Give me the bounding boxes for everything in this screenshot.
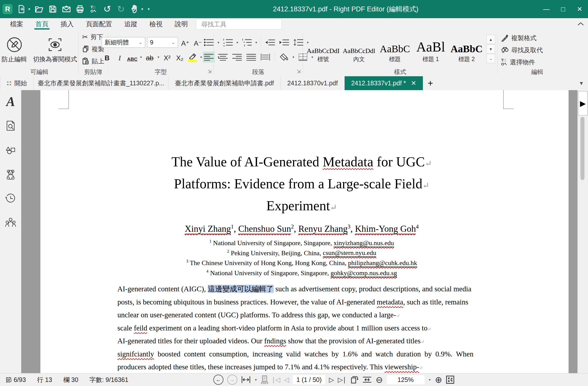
email-link[interactable]: gohky@comp.nus.edu.sg	[330, 269, 397, 277]
distribute-button[interactable]	[259, 52, 271, 63]
next-page-button[interactable]: ▷	[329, 376, 334, 384]
numbered-list-caret-icon[interactable]: ▾	[237, 40, 238, 44]
select-object-button[interactable]: T□O↖	[89, 4, 98, 14]
expand-panel-button[interactable]: ▶	[578, 91, 587, 115]
tab-document-1[interactable]: 臺北市產業發展創業補助計畫書_1130227.p...	[34, 76, 168, 90]
new-file-caret-icon[interactable]: ▾	[28, 7, 30, 11]
page-number-field[interactable]: 1 (1 / 50)	[293, 375, 325, 384]
menu-insert[interactable]: 插入	[55, 18, 80, 30]
shrink-font-button[interactable]: A⁻	[193, 37, 203, 48]
hand-tool-caret-icon[interactable]: ▾	[141, 7, 143, 11]
sidebar-stamps[interactable]	[4, 168, 17, 181]
cut-button[interactable]: ✂ 剪下	[82, 31, 104, 42]
sidebar-shapes[interactable]	[4, 144, 17, 156]
justify-button[interactable]	[245, 52, 257, 63]
menu-view[interactable]: 檢視	[143, 18, 169, 30]
styles-scroll-down-button[interactable]: ▼	[487, 44, 495, 54]
paste-button[interactable]: 貼上	[82, 56, 104, 67]
bullet-list-button[interactable]	[203, 37, 215, 48]
underline-button[interactable]: ABC	[127, 52, 138, 63]
search-input[interactable]	[201, 20, 283, 28]
sidebar-text-tool[interactable]: A	[4, 95, 17, 108]
collapse-ribbon-button[interactable]	[577, 22, 584, 27]
customize-qat-button[interactable]: ▾	[148, 7, 150, 11]
shading-caret-icon[interactable]: ▾	[292, 55, 294, 59]
find-tools-searchbox[interactable]	[196, 19, 282, 30]
email-link[interactable]: philipzhang@cuhk.edu.hk	[348, 259, 417, 267]
style-heading-2[interactable]: AaBbC 標題 2	[449, 33, 484, 65]
selected-text-highlight[interactable]: 這邊變成可以編輯了	[208, 285, 274, 293]
multilevel-list-button[interactable]	[241, 37, 253, 48]
email-link[interactable]: csun@stern.nyu.edu	[323, 249, 376, 257]
tab-document-2[interactable]: 臺北市產業發展創業補助申請書.pdf	[168, 76, 281, 90]
font-family-select[interactable]: 新細明體 ⌄	[102, 37, 145, 48]
select-objects-button[interactable]: T□O↖ 選擇物件	[501, 57, 543, 68]
maximize-button[interactable]: □	[555, 0, 571, 18]
close-button[interactable]: ✕	[571, 0, 588, 18]
open-file-button[interactable]	[34, 4, 44, 14]
underline-caret-icon[interactable]: ▾	[140, 55, 142, 59]
tab-start[interactable]: 開始	[0, 76, 34, 90]
bullet-list-caret-icon[interactable]: ▾	[217, 40, 219, 44]
menu-help[interactable]: 說明	[169, 18, 194, 30]
shading-button[interactable]	[278, 52, 290, 63]
sidebar-document-search[interactable]	[4, 119, 17, 132]
copy-button[interactable]: 複製	[82, 43, 104, 55]
zoom-caret-icon[interactable]: ▾	[429, 378, 431, 382]
view-back-button[interactable]: ←	[213, 375, 223, 385]
subscript-button[interactable]: X₂	[174, 52, 185, 63]
style-body-text[interactable]: AaBbCcDdl 內文	[342, 33, 376, 65]
rotate-page-icon[interactable]	[350, 375, 359, 384]
document-viewport[interactable]: The Value of AI-Generated Metadata for U…	[21, 90, 578, 373]
tab-list-dropdown-icon[interactable]: ▼	[579, 80, 584, 86]
sidebar-history[interactable]	[4, 192, 17, 205]
highlight-button[interactable]	[187, 52, 198, 63]
font-size-select[interactable]: 9 ⌄	[147, 37, 178, 48]
zoom-out-button[interactable]: ⊖	[376, 375, 383, 384]
decrease-indent-button[interactable]	[264, 37, 276, 48]
increase-indent-button[interactable]	[278, 37, 290, 48]
email-button[interactable]	[62, 4, 71, 14]
save-button[interactable]	[48, 4, 58, 14]
minimize-button[interactable]: —	[538, 0, 555, 18]
review-mode-button[interactable]: 切換為審閱模式	[30, 35, 80, 63]
print-button[interactable]	[75, 4, 85, 14]
tab-close-icon[interactable]: ✕	[411, 80, 416, 87]
highlight-caret-icon[interactable]: ▾	[200, 55, 202, 59]
styles-more-button[interactable]: ⌄	[487, 54, 495, 63]
menu-track[interactable]: 追蹤	[118, 18, 143, 30]
email-link[interactable]: xinyizhang@u.nus.edu	[334, 239, 394, 247]
grow-font-button[interactable]: A⁺	[180, 37, 191, 48]
fullscreen-icon[interactable]	[446, 375, 454, 384]
strikethrough-caret-icon[interactable]: ▾	[158, 55, 159, 59]
fit-width-icon[interactable]	[241, 376, 251, 383]
menu-home[interactable]: 首頁	[29, 18, 55, 30]
line-spacing-button[interactable]	[292, 37, 304, 48]
sidebar-collaborate[interactable]	[4, 216, 17, 229]
tab-document-4-active[interactable]: 2412.18337v1.pdf * ✕	[345, 76, 423, 90]
new-tab-button[interactable]: +	[423, 76, 438, 90]
pdf-page[interactable]: The Value of AI-Generated Metadata for U…	[40, 90, 569, 373]
paragraph-dialog-launcher[interactable]: ⇲	[297, 68, 301, 74]
hand-tool-button[interactable]	[130, 4, 139, 14]
menu-page-layout[interactable]: 頁面配置	[80, 18, 118, 30]
numbered-list-button[interactable]	[222, 37, 234, 48]
zoom-level-field[interactable]: 125%	[387, 375, 425, 384]
style-title[interactable]: AaBbC 標題	[378, 33, 412, 65]
tab-document-3[interactable]: 2412.18370v1.pdf	[281, 76, 345, 90]
prevent-edit-button[interactable]: 防止編輯	[0, 35, 30, 63]
align-right-button[interactable]	[231, 52, 243, 63]
italic-button[interactable]: I	[114, 52, 125, 63]
superscript-button[interactable]: X²	[162, 52, 172, 63]
style-numbering[interactable]: AaBbCcDdI 標號	[306, 33, 340, 65]
undo-button[interactable]: ↺	[103, 4, 112, 14]
fit-width-caret-icon[interactable]: ▾	[255, 378, 257, 382]
styles-scroll-up-button[interactable]: ▲	[487, 35, 495, 44]
new-file-button[interactable]	[17, 4, 26, 14]
font-dialog-launcher[interactable]: ⇲	[208, 68, 212, 74]
last-page-button[interactable]: ▷∣	[338, 376, 346, 384]
zoom-in-button[interactable]: ⊕	[435, 375, 442, 384]
align-left-button[interactable]	[203, 52, 215, 63]
align-center-button[interactable]	[217, 52, 229, 63]
abstract-paragraph[interactable]: AI-generated content (AIGC), 這邊變成可以編輯了 s…	[117, 282, 496, 373]
